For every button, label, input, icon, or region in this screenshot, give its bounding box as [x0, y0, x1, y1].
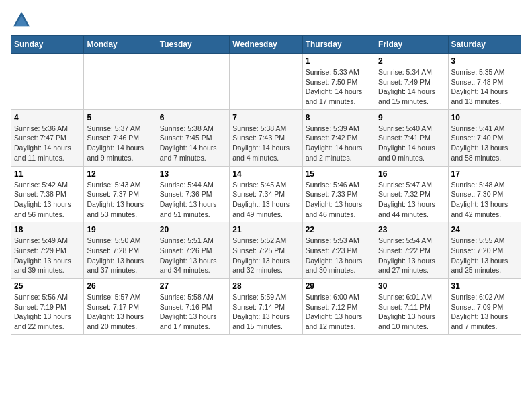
day-info: Sunrise: 5:39 AM Sunset: 7:42 PM Dayligh…: [306, 124, 372, 163]
calendar-cell: [84, 54, 157, 110]
calendar-cell: 19Sunrise: 5:50 AM Sunset: 7:28 PM Dayli…: [84, 222, 157, 279]
day-info: Sunrise: 5:55 AM Sunset: 7:20 PM Dayligh…: [451, 236, 518, 275]
day-info: Sunrise: 5:40 AM Sunset: 7:41 PM Dayligh…: [378, 124, 445, 163]
calendar-cell: 7Sunrise: 5:38 AM Sunset: 7:43 PM Daylig…: [230, 109, 302, 166]
day-number: 26: [87, 281, 153, 291]
calendar-header-row: SundayMondayTuesdayWednesdayThursdayFrid…: [11, 36, 521, 54]
calendar-cell: 29Sunrise: 6:00 AM Sunset: 7:12 PM Dayli…: [302, 279, 375, 335]
calendar-cell: 6Sunrise: 5:38 AM Sunset: 7:45 PM Daylig…: [157, 109, 229, 166]
day-info: Sunrise: 5:41 AM Sunset: 7:40 PM Dayligh…: [451, 124, 518, 163]
calendar-cell: 9Sunrise: 5:40 AM Sunset: 7:41 PM Daylig…: [375, 109, 448, 166]
day-info: Sunrise: 5:47 AM Sunset: 7:32 PM Dayligh…: [378, 180, 445, 220]
day-info: Sunrise: 6:00 AM Sunset: 7:12 PM Dayligh…: [306, 292, 372, 332]
day-info: Sunrise: 5:50 AM Sunset: 7:28 PM Dayligh…: [87, 236, 153, 275]
day-number: 21: [232, 225, 299, 234]
weekday-header-thursday: Thursday: [302, 36, 375, 54]
day-number: 22: [306, 225, 372, 234]
day-number: 1: [306, 56, 372, 66]
calendar-cell: 16Sunrise: 5:47 AM Sunset: 7:32 PM Dayli…: [375, 166, 448, 222]
calendar-cell: 15Sunrise: 5:46 AM Sunset: 7:33 PM Dayli…: [302, 166, 375, 222]
day-info: Sunrise: 5:35 AM Sunset: 7:48 PM Dayligh…: [451, 67, 518, 107]
day-info: Sunrise: 5:56 AM Sunset: 7:19 PM Dayligh…: [14, 292, 81, 332]
calendar-cell: 11Sunrise: 5:42 AM Sunset: 7:38 PM Dayli…: [11, 166, 84, 222]
day-number: 7: [232, 113, 299, 122]
calendar-cell: 18Sunrise: 5:49 AM Sunset: 7:29 PM Dayli…: [11, 222, 84, 279]
calendar-cell: [230, 54, 302, 110]
day-number: 9: [378, 113, 445, 122]
calendar-cell: [11, 54, 84, 110]
day-number: 25: [14, 281, 81, 291]
day-number: 14: [232, 169, 299, 179]
weekday-header-saturday: Saturday: [448, 36, 521, 54]
calendar-cell: 13Sunrise: 5:44 AM Sunset: 7:36 PM Dayli…: [157, 166, 229, 222]
calendar-week-row: 11Sunrise: 5:42 AM Sunset: 7:38 PM Dayli…: [11, 166, 521, 222]
day-number: 17: [451, 169, 518, 179]
calendar-cell: 12Sunrise: 5:43 AM Sunset: 7:37 PM Dayli…: [84, 166, 157, 222]
calendar-week-row: 1Sunrise: 5:33 AM Sunset: 7:50 PM Daylig…: [11, 54, 521, 110]
day-info: Sunrise: 5:46 AM Sunset: 7:33 PM Dayligh…: [306, 180, 372, 220]
calendar-cell: 3Sunrise: 5:35 AM Sunset: 7:48 PM Daylig…: [448, 54, 521, 110]
day-info: Sunrise: 5:36 AM Sunset: 7:47 PM Dayligh…: [14, 124, 81, 163]
day-number: 6: [160, 113, 226, 122]
day-info: Sunrise: 5:48 AM Sunset: 7:30 PM Dayligh…: [451, 180, 518, 220]
day-number: 11: [14, 169, 81, 179]
day-info: Sunrise: 5:49 AM Sunset: 7:29 PM Dayligh…: [14, 236, 81, 275]
day-number: 10: [451, 113, 518, 122]
day-number: 19: [87, 225, 153, 234]
calendar-week-row: 18Sunrise: 5:49 AM Sunset: 7:29 PM Dayli…: [11, 222, 521, 279]
day-info: Sunrise: 5:45 AM Sunset: 7:34 PM Dayligh…: [232, 180, 299, 220]
day-info: Sunrise: 5:44 AM Sunset: 7:36 PM Dayligh…: [160, 180, 226, 220]
day-info: Sunrise: 5:38 AM Sunset: 7:45 PM Dayligh…: [160, 124, 226, 163]
day-number: 15: [306, 169, 372, 179]
logo: [11, 11, 31, 30]
day-info: Sunrise: 5:52 AM Sunset: 7:25 PM Dayligh…: [232, 236, 299, 275]
calendar-cell: 10Sunrise: 5:41 AM Sunset: 7:40 PM Dayli…: [448, 109, 521, 166]
weekday-header-monday: Monday: [84, 36, 157, 54]
weekday-header-sunday: Sunday: [11, 36, 84, 54]
calendar-cell: 23Sunrise: 5:54 AM Sunset: 7:22 PM Dayli…: [375, 222, 448, 279]
day-number: 16: [378, 169, 445, 179]
calendar-cell: 20Sunrise: 5:51 AM Sunset: 7:26 PM Dayli…: [157, 222, 229, 279]
calendar-cell: 27Sunrise: 5:58 AM Sunset: 7:16 PM Dayli…: [157, 279, 229, 335]
calendar-week-row: 25Sunrise: 5:56 AM Sunset: 7:19 PM Dayli…: [11, 279, 521, 335]
day-info: Sunrise: 5:38 AM Sunset: 7:43 PM Dayligh…: [232, 124, 299, 163]
day-number: 30: [378, 281, 445, 291]
weekday-header-friday: Friday: [375, 36, 448, 54]
day-info: Sunrise: 5:58 AM Sunset: 7:16 PM Dayligh…: [160, 292, 226, 332]
day-info: Sunrise: 5:54 AM Sunset: 7:22 PM Dayligh…: [378, 236, 445, 275]
day-number: 18: [14, 225, 81, 234]
weekday-header-tuesday: Tuesday: [157, 36, 229, 54]
day-number: 2: [378, 56, 445, 66]
logo-icon: [12, 11, 31, 30]
calendar-cell: 17Sunrise: 5:48 AM Sunset: 7:30 PM Dayli…: [448, 166, 521, 222]
calendar-cell: 22Sunrise: 5:53 AM Sunset: 7:23 PM Dayli…: [302, 222, 375, 279]
day-number: 3: [451, 56, 518, 66]
day-number: 28: [232, 281, 299, 291]
calendar-cell: 14Sunrise: 5:45 AM Sunset: 7:34 PM Dayli…: [230, 166, 302, 222]
calendar-cell: 28Sunrise: 5:59 AM Sunset: 7:14 PM Dayli…: [230, 279, 302, 335]
day-info: Sunrise: 5:53 AM Sunset: 7:23 PM Dayligh…: [306, 236, 372, 275]
day-number: 29: [306, 281, 372, 291]
day-info: Sunrise: 5:57 AM Sunset: 7:17 PM Dayligh…: [87, 292, 153, 332]
calendar-cell: 1Sunrise: 5:33 AM Sunset: 7:50 PM Daylig…: [302, 54, 375, 110]
calendar-cell: 24Sunrise: 5:55 AM Sunset: 7:20 PM Dayli…: [448, 222, 521, 279]
day-number: 5: [87, 113, 153, 122]
day-info: Sunrise: 5:37 AM Sunset: 7:46 PM Dayligh…: [87, 124, 153, 163]
day-number: 27: [160, 281, 226, 291]
calendar-cell: 8Sunrise: 5:39 AM Sunset: 7:42 PM Daylig…: [302, 109, 375, 166]
day-number: 4: [14, 113, 81, 122]
calendar-cell: 4Sunrise: 5:36 AM Sunset: 7:47 PM Daylig…: [11, 109, 84, 166]
day-number: 20: [160, 225, 226, 234]
page-header: [11, 11, 521, 30]
day-number: 13: [160, 169, 226, 179]
day-number: 31: [451, 281, 518, 291]
day-info: Sunrise: 5:51 AM Sunset: 7:26 PM Dayligh…: [160, 236, 226, 275]
calendar-cell: 21Sunrise: 5:52 AM Sunset: 7:25 PM Dayli…: [230, 222, 302, 279]
calendar-cell: [157, 54, 229, 110]
weekday-header-wednesday: Wednesday: [230, 36, 302, 54]
day-info: Sunrise: 5:33 AM Sunset: 7:50 PM Dayligh…: [306, 67, 372, 107]
day-info: Sunrise: 6:02 AM Sunset: 7:09 PM Dayligh…: [451, 292, 518, 332]
calendar-table: SundayMondayTuesdayWednesdayThursdayFrid…: [11, 35, 521, 335]
calendar-cell: 2Sunrise: 5:34 AM Sunset: 7:49 PM Daylig…: [375, 54, 448, 110]
day-info: Sunrise: 5:42 AM Sunset: 7:38 PM Dayligh…: [14, 180, 81, 220]
